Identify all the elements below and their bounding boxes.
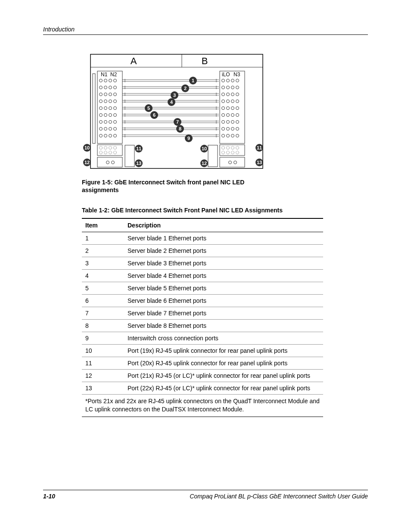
svg-point-47 bbox=[222, 100, 225, 103]
svg-point-69 bbox=[109, 114, 112, 117]
svg-point-12 bbox=[227, 79, 230, 82]
cell-description: Port (22x) RJ-45 (or LC)* uplink connect… bbox=[126, 382, 323, 395]
svg-point-34 bbox=[114, 93, 117, 96]
cell-description: Server blade 8 Ethernet ports bbox=[126, 320, 323, 332]
cell-item: 4 bbox=[82, 270, 126, 282]
table-row: 4Server blade 4 Ethernet ports bbox=[82, 270, 323, 282]
svg-point-68 bbox=[104, 114, 107, 117]
svg-point-91 bbox=[100, 128, 103, 131]
svg-text:5: 5 bbox=[147, 106, 150, 111]
svg-point-135 bbox=[231, 146, 234, 149]
svg-point-108 bbox=[227, 134, 230, 137]
cell-description: Port (20x) RJ-45 uplink connector for re… bbox=[126, 357, 323, 370]
svg-point-48 bbox=[227, 100, 230, 103]
figure-diagram: A B N1 N2 iLO N3 123456789 1011121310111… bbox=[82, 52, 271, 174]
svg-point-8 bbox=[104, 79, 107, 82]
svg-point-43 bbox=[100, 100, 103, 103]
cell-description: Port (21x) RJ-45 (or LC)* uplink connect… bbox=[126, 370, 323, 382]
svg-point-19 bbox=[100, 86, 103, 89]
svg-text:2: 2 bbox=[184, 86, 187, 91]
header-text: Introduction bbox=[43, 26, 75, 33]
svg-point-126 bbox=[104, 146, 107, 149]
svg-point-106 bbox=[114, 134, 117, 137]
cell-item: 8 bbox=[82, 320, 126, 332]
svg-point-131 bbox=[109, 151, 112, 154]
callout-9: 9 bbox=[185, 134, 193, 142]
th-item: Item bbox=[82, 218, 126, 232]
cell-item: 13 bbox=[82, 382, 126, 395]
svg-point-80 bbox=[104, 121, 107, 124]
svg-point-71 bbox=[222, 114, 225, 117]
table-row: 10Port (19x) RJ-45 uplink connector for … bbox=[82, 345, 323, 357]
cell-item: 5 bbox=[82, 282, 126, 295]
svg-point-60 bbox=[227, 107, 230, 110]
cell-description: Server blade 6 Ethernet ports bbox=[126, 295, 323, 307]
table-container: Table 1-2: GbE Interconnect Switch Front… bbox=[82, 207, 323, 417]
svg-point-136 bbox=[236, 146, 239, 149]
cell-description: Server blade 1 Ethernet ports bbox=[126, 232, 323, 245]
svg-text:8: 8 bbox=[179, 126, 181, 131]
cell-item: 1 bbox=[82, 232, 126, 245]
svg-point-129 bbox=[100, 151, 103, 154]
svg-text:6: 6 bbox=[153, 112, 156, 118]
svg-point-11 bbox=[222, 79, 225, 82]
table-row: 9Interswitch cross connection ports bbox=[82, 332, 323, 345]
svg-point-94 bbox=[114, 128, 117, 131]
callout-6: 6 bbox=[150, 111, 158, 119]
cell-item: 2 bbox=[82, 245, 126, 257]
cell-description: Server blade 4 Ethernet ports bbox=[126, 270, 323, 282]
svg-point-110 bbox=[236, 134, 239, 137]
svg-point-46 bbox=[114, 100, 117, 103]
svg-point-84 bbox=[227, 121, 230, 124]
label-n3: N3 bbox=[234, 72, 240, 78]
cell-item: 10 bbox=[82, 345, 126, 357]
svg-text:10: 10 bbox=[202, 146, 207, 151]
svg-point-32 bbox=[104, 93, 107, 96]
table-footnote-row: *Ports 21x and 22x are RJ-45 uplink conn… bbox=[82, 395, 323, 417]
cell-description: Server blade 5 Ethernet ports bbox=[126, 282, 323, 295]
figure-caption: Figure 1-5: GbE Interconnect Switch fron… bbox=[82, 178, 276, 194]
svg-point-70 bbox=[114, 114, 117, 117]
svg-point-33 bbox=[109, 93, 112, 96]
label-a: A bbox=[131, 56, 137, 66]
svg-point-96 bbox=[227, 128, 230, 131]
svg-point-81 bbox=[109, 121, 112, 124]
callout-3: 3 bbox=[171, 91, 178, 99]
callout-11: 11 bbox=[135, 145, 143, 152]
svg-point-107 bbox=[222, 134, 225, 137]
callout-1: 1 bbox=[189, 77, 197, 84]
svg-text:1: 1 bbox=[192, 78, 194, 83]
svg-point-109 bbox=[231, 134, 234, 137]
svg-text:11: 11 bbox=[136, 146, 141, 151]
svg-point-36 bbox=[227, 93, 230, 96]
svg-text:12: 12 bbox=[84, 160, 90, 165]
svg-point-132 bbox=[114, 151, 117, 154]
svg-point-117 bbox=[106, 161, 109, 164]
svg-point-61 bbox=[231, 107, 234, 110]
table-row: 5Server blade 5 Ethernet ports bbox=[82, 282, 323, 295]
callout-12: 12 bbox=[200, 159, 208, 167]
svg-point-55 bbox=[100, 107, 103, 110]
page-footer: 1-10 Compaq ProLiant BL p-Class GbE Inte… bbox=[43, 490, 368, 500]
svg-point-93 bbox=[109, 128, 112, 131]
cell-description: Server blade 3 Ethernet ports bbox=[126, 257, 323, 270]
svg-point-79 bbox=[100, 121, 103, 124]
cell-description: Server blade 2 Ethernet ports bbox=[126, 245, 323, 257]
svg-point-120 bbox=[234, 161, 237, 164]
svg-point-20 bbox=[104, 86, 107, 89]
svg-point-62 bbox=[236, 107, 239, 110]
table-row: 12Port (21x) RJ-45 (or LC)* uplink conne… bbox=[82, 370, 323, 382]
cell-description: Interswitch cross connection ports bbox=[126, 332, 323, 345]
svg-text:3: 3 bbox=[173, 93, 176, 98]
svg-point-7 bbox=[100, 79, 103, 82]
svg-text:12: 12 bbox=[202, 161, 207, 166]
svg-point-31 bbox=[100, 93, 103, 96]
svg-point-97 bbox=[231, 128, 234, 131]
callout-7: 7 bbox=[174, 118, 181, 126]
svg-point-133 bbox=[222, 146, 225, 149]
svg-point-72 bbox=[227, 114, 230, 117]
svg-text:13: 13 bbox=[257, 160, 262, 165]
svg-point-138 bbox=[227, 151, 230, 154]
callout-8: 8 bbox=[176, 125, 184, 133]
svg-point-140 bbox=[236, 151, 239, 154]
